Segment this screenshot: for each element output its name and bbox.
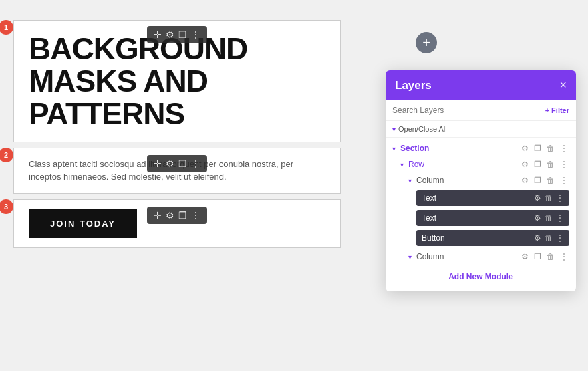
copy-icon-3[interactable]: ❐: [178, 210, 187, 221]
row-number-2: 2: [0, 148, 13, 162]
module-text-2-label: Text: [422, 213, 436, 223]
section-delete-icon[interactable]: 🗑: [545, 142, 556, 154]
canvas-area: 1 ✛ ⚙ ❐ ⋮ BACKGROUNDMASKS ANDPATTERNS 2 …: [13, 20, 341, 341]
mod1-settings-icon[interactable]: ⚙: [534, 193, 541, 203]
row-delete-icon[interactable]: 🗑: [545, 158, 556, 170]
column2-label: Column: [416, 252, 516, 261]
row-settings-icon[interactable]: ⚙: [520, 158, 530, 170]
layers-header: Layers ×: [386, 70, 576, 100]
module-text-1[interactable]: Text ⚙ 🗑 ⋮: [416, 190, 569, 206]
module-button-label: Button: [422, 233, 445, 243]
layers-search-bar[interactable]: + Filter: [386, 100, 576, 121]
col1-more-icon[interactable]: ⋮: [559, 174, 569, 187]
title-toolbar[interactable]: ✛ ⚙ ❐ ⋮: [147, 26, 207, 43]
col2-more-icon[interactable]: ⋮: [559, 251, 569, 263]
join-today-button[interactable]: JOIN TODAY: [29, 209, 137, 238]
section-actions: ⚙ ❐ 🗑 ⋮: [520, 142, 569, 154]
mod1-delete-icon[interactable]: 🗑: [545, 193, 553, 203]
section-more-icon[interactable]: ⋮: [559, 142, 569, 154]
col2-settings-icon[interactable]: ⚙: [520, 251, 530, 263]
add-module-button[interactable]: Add New Module: [448, 272, 513, 281]
column2-row[interactable]: ▾ Column ⚙ ❐ 🗑 ⋮: [386, 249, 576, 265]
row-actions: ⚙ ❐ 🗑 ⋮: [520, 158, 569, 170]
module-text-1-row[interactable]: Text ⚙ 🗑 ⋮: [386, 189, 576, 207]
section-settings-icon[interactable]: ⚙: [520, 142, 530, 154]
layers-panel: Layers × + Filter ▾ Open/Close All ▾ Sec…: [386, 70, 576, 291]
mod3-more-icon[interactable]: ⋮: [556, 233, 564, 243]
row-number-1: 1: [0, 20, 13, 35]
col2-copy-icon[interactable]: ❐: [533, 251, 543, 263]
mod2-delete-icon[interactable]: 🗑: [545, 213, 553, 223]
module-text-1-actions: ⚙ 🗑 ⋮: [534, 193, 564, 203]
module-button-row[interactable]: Button ⚙ 🗑 ⋮: [386, 229, 576, 247]
col1-delete-icon[interactable]: 🗑: [545, 174, 556, 187]
button-block[interactable]: ✛ ⚙ ❐ ⋮ JOIN TODAY: [13, 199, 341, 248]
col1-copy-icon[interactable]: ❐: [533, 174, 543, 187]
row-arrow: ▾: [400, 161, 408, 168]
column2-actions: ⚙ ❐ 🗑 ⋮: [520, 251, 569, 263]
row-more-icon[interactable]: ⋮: [559, 158, 569, 170]
column1-arrow: ▾: [408, 177, 416, 184]
row-label: Row: [408, 160, 516, 169]
mod2-more-icon[interactable]: ⋮: [556, 213, 564, 223]
module-text-1-label: Text: [422, 193, 436, 203]
module-text-2-actions: ⚙ 🗑 ⋮: [534, 213, 564, 223]
copy-icon[interactable]: ❐: [178, 29, 187, 40]
more-icon[interactable]: ⋮: [191, 29, 200, 40]
row-number-3: 3: [0, 199, 13, 214]
layers-title: Layers: [395, 79, 432, 92]
mod2-settings-icon[interactable]: ⚙: [534, 213, 541, 223]
col2-delete-icon[interactable]: 🗑: [545, 251, 556, 263]
settings-icon-3[interactable]: ⚙: [166, 210, 174, 221]
section-row[interactable]: ▾ Section ⚙ ❐ 🗑 ⋮: [386, 140, 576, 156]
text-toolbar[interactable]: ✛ ⚙ ❐ ⋮: [147, 155, 207, 172]
row-copy-icon[interactable]: ❐: [533, 158, 543, 170]
mod3-delete-icon[interactable]: 🗑: [545, 233, 553, 243]
add-module-row[interactable]: Add New Module: [386, 265, 576, 287]
column2-arrow: ▾: [408, 253, 416, 261]
section-arrow: ▾: [392, 145, 400, 152]
mod1-more-icon[interactable]: ⋮: [556, 193, 564, 203]
settings-icon[interactable]: ⚙: [166, 29, 174, 40]
module-text-2-row[interactable]: Text ⚙ 🗑 ⋮: [386, 209, 576, 227]
add-section-button[interactable]: +: [416, 32, 437, 53]
column1-label: Column: [416, 176, 516, 185]
column1-actions: ⚙ ❐ 🗑 ⋮: [520, 174, 569, 187]
section-copy-icon[interactable]: ❐: [533, 142, 543, 154]
filter-button[interactable]: + Filter: [545, 106, 569, 114]
layers-close-button[interactable]: ×: [559, 78, 567, 92]
column1-row[interactable]: ▾ Column ⚙ ❐ 🗑 ⋮: [386, 172, 576, 189]
move-icon-3[interactable]: ✛: [154, 210, 162, 221]
more-icon-3[interactable]: ⋮: [191, 210, 200, 221]
module-button[interactable]: Button ⚙ 🗑 ⋮: [416, 230, 569, 246]
layers-tree: ▾ Section ⚙ ❐ 🗑 ⋮ ▾ Row ⚙ ❐ 🗑 ⋮ ▾ Column: [386, 138, 576, 291]
copy-icon-2[interactable]: ❐: [178, 158, 187, 169]
title-block[interactable]: ✛ ⚙ ❐ ⋮ BACKGROUNDMASKS ANDPATTERNS: [13, 20, 341, 142]
text-block[interactable]: ✛ ⚙ ❐ ⋮ Class aptent taciti sociosqu ad …: [13, 148, 341, 194]
move-icon[interactable]: ✛: [154, 29, 162, 40]
move-icon-2[interactable]: ✛: [154, 158, 162, 169]
button-toolbar[interactable]: ✛ ⚙ ❐ ⋮: [147, 207, 207, 224]
row-row[interactable]: ▾ Row ⚙ ❐ 🗑 ⋮: [386, 156, 576, 172]
module-text-2[interactable]: Text ⚙ 🗑 ⋮: [416, 210, 569, 226]
module-button-actions: ⚙ 🗑 ⋮: [534, 233, 564, 243]
open-close-all-row[interactable]: ▾ Open/Close All: [386, 121, 576, 138]
search-input[interactable]: [392, 106, 541, 115]
open-close-arrow: ▾: [392, 126, 396, 133]
mod3-settings-icon[interactable]: ⚙: [534, 233, 541, 243]
settings-icon-2[interactable]: ⚙: [166, 158, 174, 169]
page-title: BACKGROUNDMASKS ANDPATTERNS: [29, 33, 325, 130]
col1-settings-icon[interactable]: ⚙: [520, 174, 530, 187]
more-icon-2[interactable]: ⋮: [191, 158, 200, 169]
section-label: Section: [400, 144, 516, 153]
open-close-label[interactable]: Open/Close All: [398, 125, 447, 133]
